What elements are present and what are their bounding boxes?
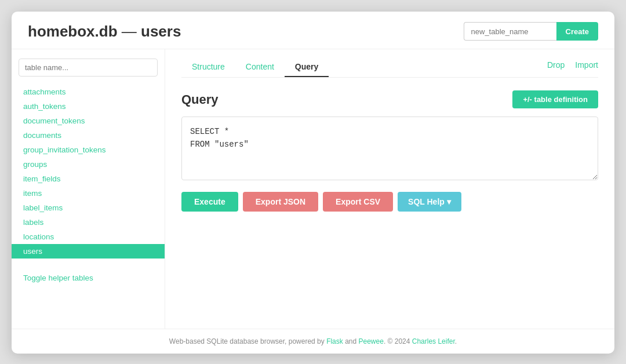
list-item[interactable]: items bbox=[12, 186, 165, 201]
tabs-left: Structure Content Query bbox=[181, 57, 329, 77]
list-item[interactable]: locations bbox=[12, 230, 165, 244]
create-table-form: Create bbox=[464, 22, 598, 41]
table-link-users[interactable]: users bbox=[23, 247, 42, 256]
flask-link[interactable]: Flask bbox=[326, 337, 343, 345]
table-link-document_tokens[interactable]: document_tokens bbox=[23, 117, 85, 125]
table-name: users bbox=[141, 23, 181, 40]
db-name: homebox.db bbox=[28, 23, 118, 40]
peewee-link[interactable]: Peewee bbox=[359, 337, 384, 345]
list-item[interactable]: item_fields bbox=[12, 172, 165, 186]
list-item[interactable]: labels bbox=[12, 215, 165, 230]
table-list: attachments auth_tokens document_tokens … bbox=[12, 85, 165, 259]
query-section: Query +/- table definition SELECT * FROM… bbox=[181, 78, 598, 317]
export-csv-button[interactable]: Export CSV bbox=[323, 192, 393, 212]
table-link-label_items[interactable]: label_items bbox=[23, 203, 63, 212]
table-link-items[interactable]: items bbox=[23, 189, 42, 198]
sql-help-button[interactable]: SQL Help ▾ bbox=[398, 192, 461, 212]
execute-button[interactable]: Execute bbox=[181, 192, 238, 212]
app-window: homebox.db — users Create attachments au… bbox=[12, 12, 614, 354]
sidebar: attachments auth_tokens document_tokens … bbox=[12, 49, 165, 329]
table-link-auth_tokens[interactable]: auth_tokens bbox=[23, 102, 66, 111]
drop-link[interactable]: Drop bbox=[547, 60, 565, 70]
header: homebox.db — users Create bbox=[12, 12, 614, 49]
tab-query[interactable]: Query bbox=[285, 57, 329, 77]
title-separator: — bbox=[118, 23, 141, 40]
table-link-group_invitation_tokens[interactable]: group_invitation_tokens bbox=[23, 145, 106, 154]
query-header: Query +/- table definition bbox=[181, 90, 598, 108]
table-definition-button[interactable]: +/- table definition bbox=[512, 90, 598, 108]
tab-content[interactable]: Content bbox=[235, 57, 285, 77]
sidebar-footer: Toggle helper tables bbox=[12, 259, 165, 283]
footer-text-before: Web-based SQLite database browser, power… bbox=[169, 337, 326, 345]
table-link-documents[interactable]: documents bbox=[23, 131, 61, 140]
toggle-helper-tables-link[interactable]: Toggle helper tables bbox=[23, 274, 93, 282]
table-link-groups[interactable]: groups bbox=[23, 160, 47, 169]
list-item[interactable]: document_tokens bbox=[12, 114, 165, 128]
list-item[interactable]: attachments bbox=[12, 85, 165, 99]
list-item-active[interactable]: users bbox=[12, 244, 165, 259]
table-link-attachments[interactable]: attachments bbox=[23, 88, 66, 96]
tabs-right: Drop Import bbox=[547, 60, 598, 74]
list-item[interactable]: label_items bbox=[12, 201, 165, 215]
list-item[interactable]: auth_tokens bbox=[12, 99, 165, 114]
table-link-locations[interactable]: locations bbox=[23, 232, 54, 241]
content-area: Structure Content Query Drop Import Quer… bbox=[165, 49, 614, 329]
query-title: Query bbox=[181, 92, 219, 107]
footer-period: . bbox=[455, 337, 457, 345]
table-search-input[interactable] bbox=[19, 59, 158, 77]
tab-bar: Structure Content Query Drop Import bbox=[181, 49, 598, 78]
table-link-item_fields[interactable]: item_fields bbox=[23, 174, 61, 183]
import-link[interactable]: Import bbox=[575, 60, 598, 70]
action-buttons: Execute Export JSON Export CSV SQL Help … bbox=[181, 192, 598, 212]
tab-structure[interactable]: Structure bbox=[181, 57, 235, 77]
export-json-button[interactable]: Export JSON bbox=[243, 192, 318, 212]
footer-text-and: and bbox=[343, 337, 359, 345]
create-button[interactable]: Create bbox=[556, 22, 598, 41]
footer: Web-based SQLite database browser, power… bbox=[12, 329, 614, 354]
list-item[interactable]: groups bbox=[12, 157, 165, 172]
new-table-input[interactable] bbox=[464, 22, 556, 41]
list-item[interactable]: group_invitation_tokens bbox=[12, 143, 165, 157]
sql-textarea[interactable]: SELECT * FROM "users" bbox=[181, 117, 598, 180]
footer-text-after: . © 2024 bbox=[384, 337, 412, 345]
main-content: attachments auth_tokens document_tokens … bbox=[12, 49, 614, 329]
table-link-labels[interactable]: labels bbox=[23, 218, 43, 227]
charles-link[interactable]: Charles Leifer bbox=[412, 337, 455, 345]
list-item[interactable]: documents bbox=[12, 128, 165, 143]
app-title: homebox.db — users bbox=[28, 23, 181, 41]
